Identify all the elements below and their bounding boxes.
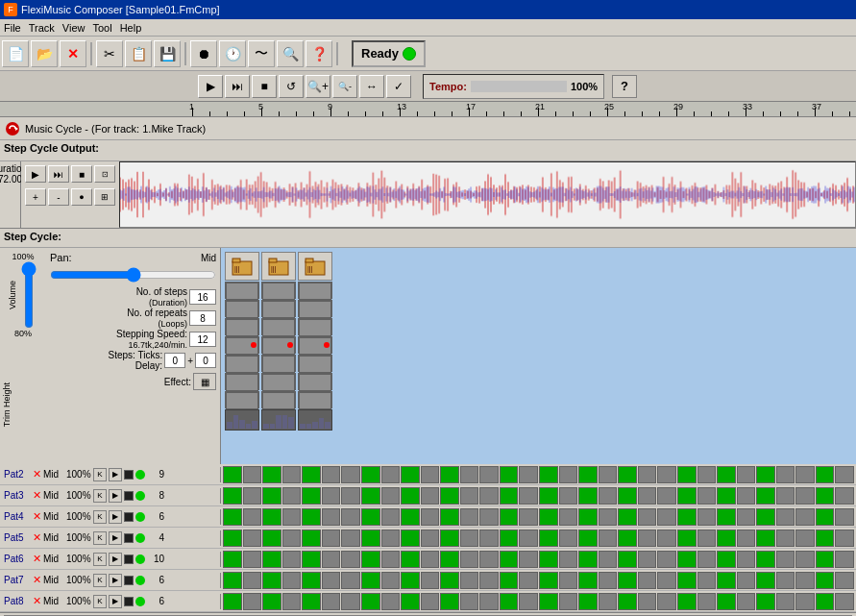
pattern-slot-1-4[interactable] [261, 355, 296, 372]
pb-stop[interactable]: ■ [71, 165, 92, 183]
pcell-0-17[interactable] [559, 466, 578, 483]
pcell-1-11[interactable] [440, 487, 459, 505]
pat-delete-2[interactable]: ✕ [33, 510, 41, 523]
new-button[interactable]: 📄 [2, 40, 29, 67]
pcell-5-26[interactable] [737, 572, 756, 589]
pcell-2-20[interactable] [618, 508, 637, 526]
bar-chart-2[interactable] [298, 409, 332, 431]
pb-extra[interactable]: ⊡ [94, 165, 115, 183]
pcell-5-19[interactable] [599, 572, 618, 589]
menu-file[interactable]: File [4, 22, 21, 34]
pcell-6-20[interactable] [618, 593, 637, 610]
pat-k-btn-1[interactable]: K [93, 489, 107, 503]
pcell-5-29[interactable] [795, 572, 815, 589]
pcell-6-3[interactable] [282, 593, 302, 610]
pcell-1-8[interactable] [381, 487, 401, 505]
pattern-slot-2-2[interactable] [298, 318, 332, 335]
pcell-1-21[interactable] [638, 487, 657, 505]
pcell-6-7[interactable] [361, 593, 380, 610]
pat-delete-4[interactable]: ✕ [33, 553, 41, 565]
pattern-column-header-0[interactable]: ||| [225, 252, 259, 281]
close-button[interactable]: ✕ [60, 40, 86, 67]
pattern-slot-1-5[interactable] [261, 373, 296, 390]
pcell-3-5[interactable] [322, 530, 341, 547]
delay-value1[interactable]: 0 [164, 353, 185, 368]
pcell-2-7[interactable] [361, 508, 380, 526]
bar-chart-1[interactable] [261, 409, 296, 431]
pattern-slot-2-4[interactable] [298, 355, 332, 372]
pcell-4-21[interactable] [638, 551, 657, 568]
fit-button[interactable]: ↔ [359, 75, 384, 98]
pat-delete-6[interactable]: ✕ [33, 595, 41, 607]
pcell-2-3[interactable] [282, 508, 302, 526]
pcell-4-0[interactable] [223, 551, 242, 568]
pcell-3-28[interactable] [776, 530, 795, 547]
pcell-6-8[interactable] [381, 593, 401, 610]
pcell-2-12[interactable] [460, 508, 479, 526]
pcell-0-25[interactable] [717, 466, 736, 483]
pcell-5-3[interactable] [282, 572, 302, 589]
pcell-5-25[interactable] [717, 572, 736, 589]
pcell-0-30[interactable] [816, 466, 835, 483]
pcell-0-9[interactable] [401, 466, 420, 483]
copy-button[interactable]: 📋 [125, 40, 152, 67]
pcell-6-2[interactable] [262, 593, 281, 610]
pattern-slot-0-2[interactable] [225, 318, 259, 335]
pat-play-0[interactable]: ▶ [109, 468, 122, 481]
pattern-slot-1-3[interactable] [261, 336, 296, 354]
pcell-3-14[interactable] [500, 530, 519, 547]
pcell-3-1[interactable] [243, 530, 262, 547]
transport-help-button[interactable]: ? [612, 75, 637, 98]
pattern-slot-0-0[interactable] [225, 282, 259, 299]
pattern-slot-0-1[interactable] [225, 300, 259, 317]
pat-k-btn-0[interactable]: K [93, 468, 107, 481]
pcell-3-30[interactable] [816, 530, 835, 547]
pcell-0-1[interactable] [243, 466, 262, 483]
pcell-2-27[interactable] [756, 508, 775, 526]
record-button[interactable]: ⏺ [190, 40, 217, 67]
pattern-slot-1-2[interactable] [261, 318, 296, 335]
pcell-3-21[interactable] [638, 530, 657, 547]
pcell-0-19[interactable] [599, 466, 618, 483]
pattern-slot-2-1[interactable] [298, 300, 332, 317]
pcell-3-24[interactable] [697, 530, 717, 547]
pcell-6-28[interactable] [776, 593, 795, 610]
pcell-3-31[interactable] [835, 530, 854, 547]
pcell-6-31[interactable] [835, 593, 854, 610]
pcell-4-9[interactable] [401, 551, 420, 568]
play-button[interactable]: ▶ [198, 75, 223, 98]
pcell-2-14[interactable] [500, 508, 519, 526]
pcell-3-11[interactable] [440, 530, 459, 547]
loops-value[interactable]: 8 [189, 310, 216, 326]
pcell-2-10[interactable] [421, 508, 440, 526]
pcell-6-23[interactable] [677, 593, 697, 610]
pcell-4-7[interactable] [361, 551, 380, 568]
pcell-3-15[interactable] [519, 530, 538, 547]
pattern-slot-2-0[interactable] [298, 282, 332, 299]
pcell-1-4[interactable] [302, 487, 321, 505]
loop-button[interactable]: ↺ [279, 75, 304, 98]
pcell-1-27[interactable] [756, 487, 775, 505]
pat-delete-0[interactable]: ✕ [33, 468, 41, 480]
pcell-2-28[interactable] [776, 508, 795, 526]
play-step-button[interactable]: ⏭ [225, 75, 250, 98]
pcell-0-5[interactable] [322, 466, 341, 483]
pcell-1-16[interactable] [539, 487, 558, 505]
pattern-slot-2-5[interactable] [298, 373, 332, 390]
pat-k-btn-3[interactable]: K [93, 531, 107, 545]
pcell-1-26[interactable] [737, 487, 756, 505]
pcell-1-30[interactable] [816, 487, 835, 505]
pcell-3-0[interactable] [223, 530, 242, 547]
speed-value[interactable]: 12 [189, 332, 216, 347]
pcell-2-29[interactable] [795, 508, 815, 526]
pcell-3-19[interactable] [599, 530, 618, 547]
pat-delete-1[interactable]: ✕ [33, 489, 41, 502]
pcell-2-13[interactable] [479, 508, 499, 526]
pcell-6-6[interactable] [341, 593, 360, 610]
pcell-6-1[interactable] [243, 593, 262, 610]
pcell-3-3[interactable] [282, 530, 302, 547]
pat-delete-5[interactable]: ✕ [33, 574, 41, 586]
pattern-slot-2-3[interactable] [298, 336, 332, 354]
zoom-in-button[interactable]: 🔍+ [306, 75, 330, 98]
pcell-6-0[interactable] [223, 593, 242, 610]
